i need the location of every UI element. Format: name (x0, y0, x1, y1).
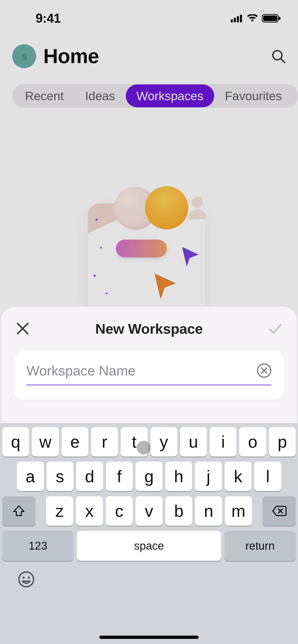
keyboard: qwertyuiop asdfghjkl zxcvbnm 123 space r… (0, 423, 298, 644)
key-j[interactable]: j (195, 462, 222, 491)
cursor-icon (149, 270, 180, 300)
key-l[interactable]: l (254, 462, 281, 491)
app-header: s Home (0, 40, 298, 73)
clear-icon (257, 363, 272, 378)
svg-point-16 (19, 572, 34, 587)
wifi-icon (247, 14, 258, 22)
key-q[interactable]: q (2, 427, 29, 457)
svg-rect-6 (279, 17, 280, 20)
svg-rect-0 (231, 19, 233, 22)
key-d[interactable]: d (76, 462, 103, 491)
clear-input-button[interactable] (257, 363, 272, 378)
emoji-key[interactable] (18, 571, 35, 592)
cellular-icon (231, 14, 243, 22)
close-button[interactable] (14, 320, 32, 338)
workspace-name-input[interactable] (26, 363, 257, 378)
svg-line-8 (281, 59, 285, 63)
confirm-button[interactable] (266, 320, 284, 338)
tab-favourites[interactable]: Favourites (214, 84, 293, 108)
key-z[interactable]: z (46, 496, 73, 526)
avatar[interactable]: s (12, 44, 36, 68)
key-k[interactable]: k (225, 462, 252, 491)
key-i[interactable]: i (210, 427, 236, 457)
tab-bar: RecentIdeasWorkspacesFavourites (12, 84, 298, 108)
status-bar: 9:41 (0, 0, 298, 33)
sheet-title: New Workspace (95, 320, 203, 337)
backspace-key[interactable] (263, 496, 296, 526)
key-u[interactable]: u (180, 427, 207, 457)
status-icons (231, 14, 281, 23)
emoji-icon (18, 571, 35, 588)
key-v[interactable]: v (136, 496, 162, 526)
tab-ideas[interactable]: Ideas (74, 84, 126, 108)
key-m[interactable]: m (225, 496, 252, 526)
key-n[interactable]: n (195, 496, 222, 526)
search-button[interactable] (269, 47, 287, 65)
cursor-icon (177, 243, 202, 269)
key-s[interactable]: s (47, 462, 74, 491)
battery-icon (262, 14, 281, 23)
touch-indicator (137, 441, 151, 455)
return-key[interactable]: return (224, 531, 296, 561)
backspace-icon (272, 505, 287, 517)
page-title: Home (43, 45, 99, 68)
tab-recent[interactable]: Recent (12, 84, 74, 108)
key-g[interactable]: g (136, 462, 162, 491)
key-y[interactable]: y (151, 427, 177, 457)
key-c[interactable]: c (106, 496, 133, 526)
space-key[interactable]: space (77, 531, 221, 561)
checkmark-icon (268, 321, 283, 336)
key-f[interactable]: f (106, 462, 133, 491)
key-e[interactable]: e (62, 427, 88, 457)
key-p[interactable]: p (269, 427, 296, 457)
svg-point-17 (23, 577, 25, 579)
shift-icon (13, 505, 25, 517)
numeric-key[interactable]: 123 (2, 531, 74, 561)
svg-rect-3 (240, 15, 242, 22)
svg-rect-2 (237, 16, 239, 22)
key-r[interactable]: r (91, 427, 118, 457)
key-w[interactable]: w (32, 427, 59, 457)
svg-rect-5 (263, 16, 277, 21)
search-icon (271, 49, 286, 64)
key-b[interactable]: b (165, 496, 192, 526)
key-h[interactable]: h (165, 462, 192, 491)
key-o[interactable]: o (239, 427, 266, 457)
shift-key[interactable] (2, 496, 35, 526)
svg-point-18 (28, 577, 30, 579)
workspace-name-card (14, 350, 284, 400)
svg-rect-1 (234, 18, 236, 22)
tab-workspaces[interactable]: Workspaces (126, 84, 214, 107)
status-time: 9:41 (36, 11, 61, 26)
key-x[interactable]: x (76, 496, 103, 526)
key-a[interactable]: a (17, 462, 44, 491)
workspace-illustration (80, 183, 218, 320)
home-indicator[interactable] (99, 636, 199, 639)
close-icon (16, 322, 29, 335)
